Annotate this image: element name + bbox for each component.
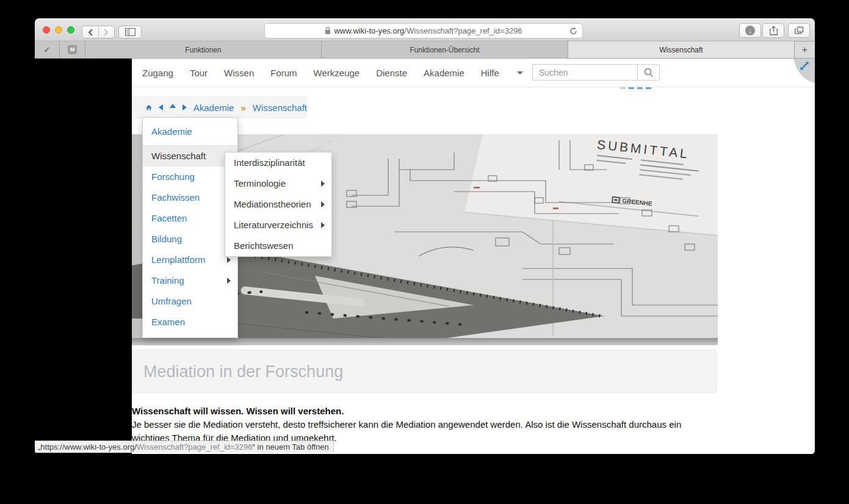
- expand-icon: [799, 60, 810, 71]
- tab-overview-icon: [795, 26, 804, 35]
- submenu-arrow-icon: [227, 278, 231, 284]
- search-group: [532, 64, 660, 81]
- menu-item-training[interactable]: Training: [143, 270, 237, 291]
- breadcrumb-up-icon[interactable]: [170, 104, 176, 108]
- tab-funktionen-uebersicht[interactable]: Funktionen-Übersicht: [322, 41, 568, 58]
- page-heading-box: Mediation in der Forschung: [132, 350, 717, 393]
- back-icon: [88, 29, 93, 36]
- menu-item-lernplattform[interactable]: Lernplattform: [143, 250, 237, 270]
- submenu-arrow-icon: [321, 201, 325, 207]
- nav-zugang[interactable]: Zugang: [142, 68, 173, 78]
- nav-werkzeuge[interactable]: Werkzeuge: [314, 68, 360, 78]
- tab-overview-button[interactable]: [788, 23, 810, 38]
- sidebar-icon: [125, 28, 135, 36]
- check-favicon: ✓: [44, 45, 51, 54]
- tab-bar: ✓ M Funktionen Funktionen-Übersicht Wiss…: [35, 41, 815, 59]
- status-bar: „https://www.wiki-to-yes.org/Wissenschaf…: [35, 441, 334, 453]
- tab-label: Funktionen: [185, 46, 221, 54]
- wissenschaft-submenu: Interdisziplinarität Terminologie Mediat…: [225, 152, 332, 257]
- sidebar-toggle-button[interactable]: [118, 26, 142, 38]
- submenu-item-terminologie[interactable]: Terminologie: [225, 173, 331, 194]
- menu-item-forschung[interactable]: Forschung: [143, 167, 237, 187]
- m-favicon: M: [68, 45, 77, 54]
- breadcrumb-separator: »: [240, 103, 245, 113]
- zoom-button[interactable]: [67, 26, 74, 34]
- menu-item-examen[interactable]: Examen: [143, 312, 237, 333]
- download-icon: ↓: [745, 26, 755, 35]
- nav-forum[interactable]: Forum: [270, 68, 297, 78]
- breadcrumb-link-akademie[interactable]: Akademie: [193, 103, 234, 113]
- status-url-path: Wissenschaft?page_ref_id=3296: [137, 442, 253, 452]
- breadcrumb-link-wissenschaft[interactable]: Wissenschaft: [253, 103, 307, 113]
- chevron-down-icon[interactable]: [517, 71, 523, 74]
- search-input[interactable]: [532, 64, 637, 81]
- submenu-item-berichtswesen[interactable]: Berichtswesen: [225, 236, 331, 256]
- search-button[interactable]: [637, 64, 660, 81]
- breadcrumb-prev-icon[interactable]: [159, 104, 163, 110]
- akademie-dropdown-menu: Akademie Wissenschaft Forschung Fachwiss…: [142, 117, 238, 338]
- share-icon: [770, 26, 778, 35]
- downloads-button[interactable]: ↓: [739, 23, 761, 38]
- nav-hilfe[interactable]: Hilfe: [481, 68, 499, 78]
- menu-item-fachwissen[interactable]: Fachwissen: [143, 187, 237, 208]
- reload-button[interactable]: [569, 27, 577, 35]
- home-icon[interactable]: [146, 103, 152, 112]
- back-button[interactable]: [82, 26, 98, 38]
- new-tab-button[interactable]: +: [795, 41, 815, 58]
- pinned-tab-check[interactable]: ✓: [35, 41, 60, 58]
- address-bar[interactable]: www.wiki-to-yes.org/Wissenschaft?page_re…: [264, 23, 583, 38]
- submenu-arrow-icon: [227, 257, 231, 263]
- history-nav-group: [82, 26, 115, 38]
- fullscreen-toggle-button[interactable]: [799, 60, 810, 71]
- menu-item-umfragen[interactable]: Umfragen: [143, 291, 237, 312]
- tab-label: Funktionen-Übersicht: [410, 46, 479, 54]
- url-path: /Wissenschaft?page_ref_id=3296: [404, 26, 522, 35]
- url-domain: www.wiki-to-yes.org: [334, 26, 404, 35]
- pinned-tab-m[interactable]: M: [60, 41, 85, 58]
- breadcrumb: Akademie » Wissenschaft: [132, 96, 307, 119]
- reload-icon: [569, 27, 577, 35]
- submenu-item-literaturverzeichnis[interactable]: Literaturverzeichnis: [225, 215, 331, 236]
- nav-akademie[interactable]: Akademie: [424, 68, 464, 78]
- page-title: Mediation in der Forschung: [132, 350, 717, 381]
- title-bar: www.wiki-to-yes.org/Wissenschaft?page_re…: [35, 18, 815, 41]
- menu-item-facetten[interactable]: Facetten: [143, 208, 237, 229]
- nav-tour[interactable]: Tour: [190, 68, 208, 78]
- forward-button[interactable]: [98, 26, 114, 38]
- status-suffix: “ in neuem Tab öffnen: [253, 442, 329, 452]
- partial-toolbar-icons: [620, 87, 651, 90]
- menu-item-bildung[interactable]: Bildung: [143, 229, 237, 250]
- lead-sentence: Wissenschaft will wissen. Wissen will ve…: [132, 405, 719, 418]
- search-icon: [644, 68, 654, 77]
- breadcrumb-next-icon[interactable]: [182, 104, 187, 110]
- web-page: Zugang Tour Wissen Forum Werkzeuge Diens…: [132, 59, 815, 454]
- tab-funktionen[interactable]: Funktionen: [85, 41, 322, 58]
- window-controls: [43, 26, 74, 34]
- submenu-arrow-icon: [321, 181, 325, 187]
- submenu-arrow-icon: [321, 222, 325, 228]
- close-button[interactable]: [43, 26, 50, 34]
- menu-item-akademie[interactable]: Akademie: [143, 118, 237, 144]
- lock-icon: [325, 27, 331, 35]
- status-url-prefix: „https://www.wiki-to-yes.org/: [38, 442, 137, 452]
- browser-window: www.wiki-to-yes.org/Wissenschaft?page_re…: [35, 18, 815, 455]
- body-text: Wissenschaft will wissen. Wissen will ve…: [132, 405, 719, 445]
- menu-item-wissenschaft[interactable]: Wissenschaft: [143, 146, 237, 167]
- site-nav: Zugang Tour Wissen Forum Werkzeuge Diens…: [132, 59, 815, 87]
- tab-wissenschaft-active[interactable]: Wissenschaft: [568, 41, 795, 58]
- submenu-item-interdisziplinaritaet[interactable]: Interdisziplinarität: [225, 153, 331, 173]
- nav-dienste[interactable]: Dienste: [376, 68, 407, 78]
- submenu-item-mediationstheorien[interactable]: Mediationstheorien: [225, 194, 331, 215]
- plus-icon: +: [802, 45, 807, 56]
- share-button[interactable]: [762, 23, 784, 38]
- nav-wissen[interactable]: Wissen: [224, 68, 254, 78]
- tab-label: Wissenschaft: [659, 46, 703, 54]
- forward-icon: [104, 29, 109, 36]
- minimize-button[interactable]: [55, 26, 62, 34]
- browser-viewport: Zugang Tour Wissen Forum Werkzeuge Diens…: [35, 59, 815, 454]
